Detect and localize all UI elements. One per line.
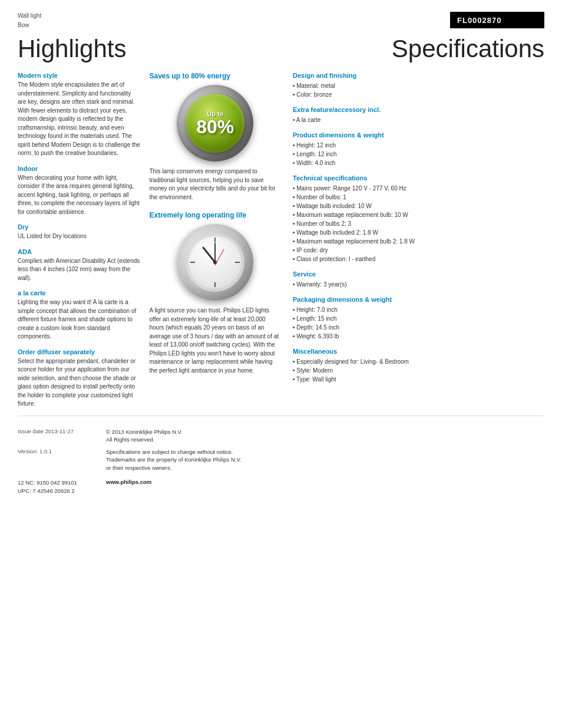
extra-feature-heading: Extra feature/accessory incl. — [293, 106, 544, 113]
modern-style-text: The Modern style encapsulates the art of… — [18, 81, 141, 158]
design-finishing-heading: Design and finishing — [293, 72, 544, 79]
service-section: Service Warranty: 3 year(s) — [293, 271, 544, 289]
product-dimensions-heading: Product dimensions & weight — [293, 131, 544, 139]
energy-heading: Saves up to 80% energy — [150, 72, 282, 80]
spec-item: A la carte — [293, 116, 544, 124]
product-name: Bow — [18, 21, 41, 29]
dry-heading: Dry — [18, 223, 141, 230]
svg-line-5 — [203, 248, 215, 262]
ada-text: Complies with American Disability Act (e… — [18, 257, 141, 283]
footer-disclaimer: Specifications are subject to change wit… — [106, 448, 242, 472]
spec-item: Style: Modern — [293, 366, 544, 375]
packaging-list: Height: 7.0 inch Length: 15 inch Depth: … — [293, 305, 544, 341]
service-list: Warranty: 3 year(s) — [293, 280, 544, 289]
footer-nc-upc: 12 NC: 9150 042 99101 UPC: 7 42546 20626… — [18, 479, 88, 496]
packaging-heading: Packaging dimensions & weight — [293, 296, 544, 303]
specs-title: Specifications — [392, 37, 544, 61]
design-finishing-section: Design and finishing Material: metal Col… — [293, 72, 544, 99]
modern-style-section: Modern style The Modern style encapsulat… — [18, 72, 141, 158]
a-la-carte-text: Lighting the way you want it! A la carte… — [18, 298, 141, 341]
spec-item: Wattage bulb included 2: 1.8 W — [293, 228, 544, 237]
packaging-section: Packaging dimensions & weight Height: 7.… — [293, 296, 544, 341]
spec-item: Height: 7.0 inch — [293, 305, 544, 314]
ada-heading: ADA — [18, 248, 141, 255]
spec-item: Type: Wall light — [293, 375, 544, 384]
longevity-heading: Extremely long operating life — [150, 211, 282, 219]
version-label: Version: 1.0.1 — [18, 448, 88, 472]
dry-text: UL Listed for Dry locations — [18, 232, 141, 241]
miscellaneous-heading: Miscellaneous — [293, 348, 544, 355]
clock-svg — [186, 233, 244, 292]
energy-inner: Up to 80% — [186, 94, 244, 153]
spec-item: Material: metal — [293, 81, 544, 90]
spec-item: Color: bronze — [293, 90, 544, 99]
product-dimensions-section: Product dimensions & weight Height: 12 i… — [293, 131, 544, 167]
indoor-heading: Indoor — [18, 165, 141, 172]
energy-badge: Up to 80% — [177, 85, 253, 162]
order-diffuser-text: Select the appropriate pendant, chandeli… — [18, 357, 141, 409]
energy-badge-container: Up to 80% — [150, 85, 282, 162]
spec-item: Wattage bulb included: 10 W — [293, 202, 544, 210]
footer-copyright: © 2013 Koninklijke Philips N.V. All Righ… — [106, 428, 183, 444]
spec-item: Weight: 6.393 lb — [293, 332, 544, 341]
dry-section: Dry UL Listed for Dry locations — [18, 223, 141, 241]
spec-item: Class of protection: I - earthed — [293, 255, 544, 263]
spec-item: Height: 12 inch — [293, 141, 544, 150]
energy-description: This lamp conserves energy compared to t… — [150, 167, 282, 202]
spec-item: IP code: dry — [293, 246, 544, 255]
product-category: Wall light — [18, 12, 41, 20]
energy-percent: 80% — [196, 117, 234, 136]
longevity-description: A light source you can trust. Philips LE… — [150, 307, 282, 375]
footer: Issue date 2013-11-27 © 2013 Koninklijke… — [18, 416, 544, 496]
clock-container — [150, 224, 282, 301]
issue-date-label: Issue date 2013-11-27 — [18, 428, 88, 444]
technical-list: Mains power: Range 120 V - 277 V, 60 Hz … — [293, 184, 544, 263]
svg-point-8 — [213, 261, 217, 264]
indoor-text: When decorating your home with light, co… — [18, 174, 141, 217]
extra-feature-section: Extra feature/accessory incl. A la carte — [293, 106, 544, 124]
product-dimensions-list: Height: 12 inch Length: 12 inch Width: 4… — [293, 141, 544, 167]
highlights-title: Highlights — [18, 37, 126, 61]
spec-item: Length: 12 inch — [293, 150, 544, 159]
clock-face — [186, 233, 244, 292]
design-finishing-list: Material: metal Color: bronze — [293, 81, 544, 99]
order-diffuser-section: Order diffuser separately Select the app… — [18, 348, 141, 409]
ada-section: ADA Complies with American Disability Ac… — [18, 248, 141, 283]
a-la-carte-heading: a la carte — [18, 289, 141, 297]
spec-item: Mains power: Range 120 V - 277 V, 60 Hz — [293, 184, 544, 193]
product-id: FL0002870 — [450, 12, 544, 28]
technical-heading: Technical specifications — [293, 174, 544, 182]
technical-section: Technical specifications Mains power: Ra… — [293, 174, 544, 263]
spec-item: Maximum wattage replacement bulb 2: 1.8 … — [293, 237, 544, 246]
spec-item: Number of bulbs: 1 — [293, 193, 544, 202]
extra-feature-list: A la carte — [293, 116, 544, 124]
order-diffuser-heading: Order diffuser separately — [18, 348, 141, 355]
spec-item: Number of bulbs 2: 3 — [293, 219, 544, 228]
spec-item: Length: 15 inch — [293, 314, 544, 323]
miscellaneous-list: Especially designed for: Living- & Bedro… — [293, 357, 544, 384]
miscellaneous-section: Miscellaneous Especially designed for: L… — [293, 348, 544, 384]
service-heading: Service — [293, 271, 544, 278]
indoor-section: Indoor When decorating your home with li… — [18, 165, 141, 217]
a-la-carte-section: a la carte Lighting the way you want it!… — [18, 289, 141, 341]
footer-website: www.philips.com — [106, 479, 151, 496]
spec-item: Width: 4.0 inch — [293, 159, 544, 167]
spec-item: Maximum wattage replacement bulb: 10 W — [293, 210, 544, 219]
clock-badge — [177, 224, 253, 301]
spec-item: Especially designed for: Living- & Bedro… — [293, 357, 544, 366]
spec-item: Warranty: 3 year(s) — [293, 280, 544, 289]
modern-style-heading: Modern style — [18, 72, 141, 79]
spec-item: Depth: 14.5 inch — [293, 323, 544, 332]
